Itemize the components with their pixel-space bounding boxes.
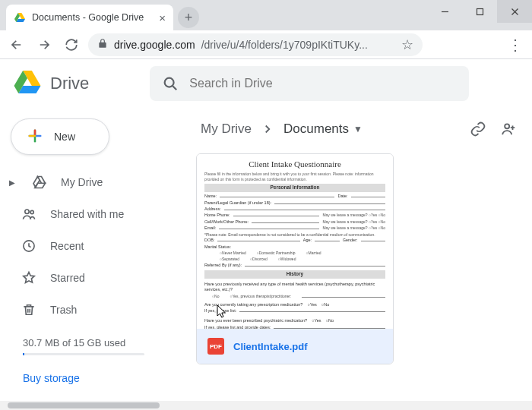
- breadcrumb-current[interactable]: Documents ▼: [279, 118, 367, 140]
- window-close-button[interactable]: [497, 0, 532, 23]
- chevron-right-icon: [261, 122, 274, 136]
- mouse-cursor-icon: [217, 304, 229, 321]
- sidebar-item-label: Trash: [50, 304, 77, 316]
- file-card[interactable]: Client Intake Questionnaire Please fill …: [196, 153, 394, 364]
- drive-sidebar: New ▶ My Drive Shared with me Recent Sta…: [0, 108, 190, 401]
- svg-line-5: [173, 86, 177, 90]
- svg-point-6: [25, 210, 29, 213]
- svg-point-9: [505, 124, 509, 128]
- scrollbar-thumb[interactable]: [8, 402, 160, 408]
- browser-address-bar[interactable]: drive.google.com/drive/u/4/folders/1y709…: [88, 33, 423, 56]
- sidebar-item-starred[interactable]: Starred: [6, 263, 184, 293]
- breadcrumb-current-label: Documents: [283, 121, 349, 137]
- sidebar-item-shared[interactable]: Shared with me: [6, 199, 184, 229]
- shared-icon: [21, 207, 36, 222]
- svg-point-7: [30, 210, 33, 213]
- browser-menu-button[interactable]: ⋮: [508, 36, 526, 54]
- window-controls: [427, 0, 532, 23]
- browser-tab-active[interactable]: Documents - Google Drive ×: [6, 5, 173, 30]
- doc-section-header: History: [204, 270, 385, 279]
- browser-forward-button[interactable]: [33, 34, 55, 55]
- drive-app: Drive New ▶ My Drive Shared with me: [0, 59, 532, 401]
- browser-reload-button[interactable]: [61, 34, 82, 55]
- horizontal-scrollbar[interactable]: [0, 401, 532, 410]
- sidebar-item-recent[interactable]: Recent: [6, 231, 184, 261]
- file-info-bar: PDF ClientIntake.pdf: [197, 329, 393, 364]
- my-drive-icon: [32, 175, 47, 190]
- drive-header: Drive: [0, 59, 532, 108]
- storage-usage: 30.7 MB of 15 GB used: [6, 326, 184, 355]
- sidebar-item-my-drive[interactable]: ▶ My Drive: [6, 167, 184, 197]
- sidebar-item-label: Shared with me: [50, 208, 124, 220]
- tab-title: Documents - Google Drive: [32, 12, 153, 23]
- drive-logo-icon[interactable]: [12, 67, 43, 100]
- drive-main: My Drive Documents ▼ Client Intake Quest…: [190, 108, 532, 401]
- svg-point-4: [165, 77, 174, 87]
- trash-icon: [21, 302, 36, 317]
- url-host: drive.google.com: [114, 39, 195, 51]
- file-grid: Client Intake Questionnaire Please fill …: [190, 150, 523, 364]
- sidebar-item-trash[interactable]: Trash: [6, 295, 184, 325]
- browser-toolbar: drive.google.com/drive/u/4/folders/1y709…: [0, 30, 532, 59]
- storage-bar: [23, 353, 144, 355]
- drive-app-title: Drive: [50, 74, 89, 93]
- window-maximize-button[interactable]: [462, 0, 497, 23]
- new-button-label: New: [54, 131, 75, 143]
- sidebar-item-label: Starred: [50, 272, 85, 284]
- get-link-icon[interactable]: [470, 121, 486, 137]
- file-name: ClientIntake.pdf: [233, 341, 308, 352]
- window-minimize-button[interactable]: [427, 0, 462, 23]
- url-path: /drive/u/4/folders/1y709pIKtiTUKy...: [201, 39, 368, 51]
- search-icon: [162, 75, 179, 92]
- browser-back-button[interactable]: [6, 34, 27, 55]
- sidebar-item-label: Recent: [50, 240, 84, 252]
- bookmark-star-icon[interactable]: ☆: [401, 38, 413, 52]
- file-thumbnail: Client Intake Questionnaire Please fill …: [197, 154, 393, 329]
- tab-close-icon[interactable]: ×: [159, 11, 166, 24]
- new-button[interactable]: New: [11, 118, 109, 155]
- doc-section-header: Personal Information: [204, 184, 385, 192]
- chevron-down-icon: ▼: [353, 124, 363, 134]
- search-input[interactable]: [189, 77, 457, 90]
- pdf-badge-icon: PDF: [207, 338, 224, 355]
- storage-text: 30.7 MB of 15 GB used: [23, 337, 125, 348]
- svg-rect-1: [477, 8, 483, 14]
- share-person-add-icon[interactable]: [500, 121, 517, 137]
- lock-icon: [97, 38, 108, 51]
- doc-preview-title: Client Intake Questionnaire: [204, 159, 385, 170]
- sidebar-item-label: My Drive: [61, 176, 103, 188]
- drive-favicon-icon: [14, 11, 26, 24]
- star-icon: [21, 270, 36, 285]
- drive-search-box[interactable]: [150, 66, 469, 101]
- browser-new-tab-button[interactable]: +: [178, 7, 199, 28]
- recent-icon: [21, 238, 36, 254]
- plus-icon: [25, 126, 45, 148]
- breadcrumb-root[interactable]: My Drive: [196, 118, 256, 140]
- buy-storage-link[interactable]: Buy storage: [23, 372, 184, 384]
- expand-triangle-icon[interactable]: ▶: [9, 178, 18, 187]
- drive-toolbar: My Drive Documents ▼: [190, 108, 523, 150]
